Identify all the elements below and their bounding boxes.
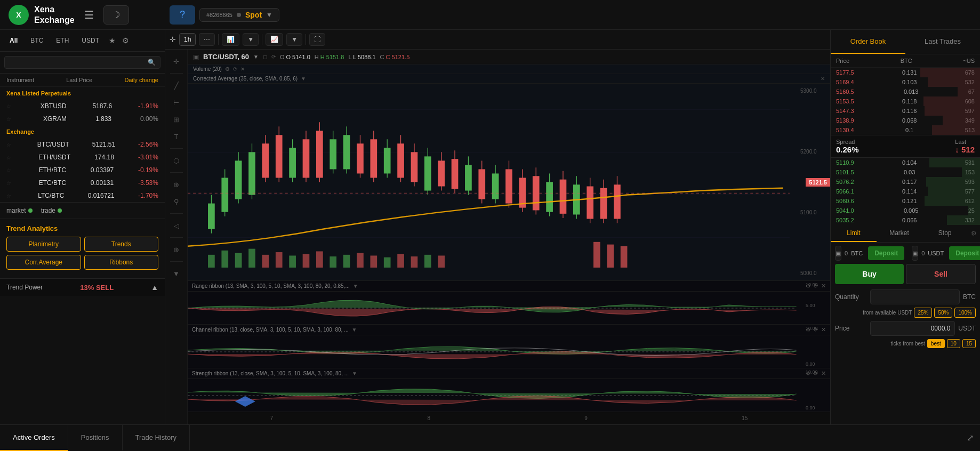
instrument-row-ethbtc[interactable]: ☆ ETH/BTC 0.03397 -0.19% [0, 164, 165, 176]
ribbon1-dropdown[interactable]: ▼ [353, 283, 358, 289]
tab-market[interactable]: Market [877, 225, 922, 242]
sell-button[interactable]: Sell [906, 264, 976, 284]
qty-100pct-button[interactable]: 100% [954, 308, 976, 318]
deposit-usdt-button[interactable]: Deposit [949, 246, 980, 260]
volume-sync-icon[interactable]: ⟳ [233, 66, 237, 72]
move-tool[interactable]: ⊕ [168, 242, 184, 257]
crosshair-tool[interactable]: ✛ [168, 54, 184, 69]
crosshair-icon[interactable]: ✛ [170, 35, 176, 44]
bottom-tab-active-orders[interactable]: Active Orders [0, 425, 68, 451]
tab-last-trades[interactable]: Last Trades [905, 30, 980, 54]
trends-button[interactable]: Trends [84, 237, 159, 252]
bid-row-5[interactable]: 5060.6 0.121 612 [831, 196, 980, 206]
ask-row-4[interactable]: 5153.5 0.118 608 [831, 96, 980, 106]
corrected-avg-dropdown[interactable]: ▼ [301, 76, 306, 82]
indicators-dropdown[interactable]: ▼ [286, 33, 302, 46]
ticks-10-button[interactable]: 10 [947, 339, 960, 348]
volume-settings-icon[interactable]: ⚙ [225, 66, 230, 72]
instrument-row-xbtusd[interactable]: ☆ XBTUSD 5187.6 -1.91% [0, 100, 165, 112]
tab-limit[interactable]: Limit [831, 225, 877, 242]
star-icon: ☆ [6, 180, 11, 186]
market-status: market [6, 207, 33, 214]
ask-row-7[interactable]: 5130.4 0.1 513 [831, 125, 980, 135]
ticks-best-button[interactable]: best [927, 339, 945, 348]
bid-row-2[interactable]: 5101.5 0.03 153 [831, 167, 980, 177]
bid-row-7[interactable]: 5035.2 0.066 332 [831, 215, 980, 225]
zoom-in-tool[interactable]: ⊕ [168, 177, 184, 192]
ask-row-6[interactable]: 5138.9 0.068 349 [831, 116, 980, 125]
trend-analytics-section: Trend Analytics Planimetry Trends Corr.A… [0, 219, 165, 278]
top-navigation: X XenaExchange ☰ ☽ ? #8268665 Spot ▼ [0, 0, 980, 30]
help-button[interactable]: ? [170, 5, 195, 25]
instrument-row-ltcbtc[interactable]: ☆ LTC/BTC 0.016721 -1.70% [0, 189, 165, 202]
planimetry-button[interactable]: Planimetry [6, 237, 81, 252]
filter-tab-all[interactable]: All [4, 35, 23, 46]
market-dot [28, 208, 33, 213]
bottom-tab-trade-history[interactable]: Trade History [123, 425, 190, 451]
tab-order-book[interactable]: Order Book [831, 30, 905, 54]
instrument-name: XGRAM [43, 115, 67, 123]
ribbons-button[interactable]: Ribbons [84, 255, 159, 270]
back-tool[interactable]: ◁ [168, 218, 184, 233]
spot-selector[interactable]: #8268665 Spot ▼ [199, 8, 279, 22]
ticks-15-button[interactable]: 15 [962, 339, 976, 348]
hamburger-menu[interactable]: ☰ [84, 9, 94, 21]
filter-tab-btc[interactable]: BTC [25, 35, 49, 46]
trade-settings-icon[interactable]: ⚙ [968, 225, 980, 242]
quantity-input[interactable] [870, 289, 960, 304]
filter-settings-icon[interactable]: ⚙ [120, 34, 131, 47]
chart-container: ✛ ╱ ⊢ ⊞ T ⬡ ⊕ ⚲ ◁ ⊕ ▼ [165, 50, 830, 424]
bid-row-4[interactable]: 5066.1 0.114 577 [831, 187, 980, 196]
ask-row-3[interactable]: 5160.5 0.013 67 [831, 87, 980, 96]
fullscreen-button[interactable]: ⛶ [309, 33, 325, 46]
qty-50pct-button[interactable]: 50% [934, 308, 952, 318]
svg-rect-81 [411, 256, 418, 268]
indicators-button[interactable]: 📈 [266, 33, 283, 46]
timeframe-1h-button[interactable]: 1h [179, 33, 196, 46]
bid-row-1[interactable]: 5110.9 0.104 531 [831, 158, 980, 167]
ribbon3-dropdown[interactable]: ▼ [352, 371, 357, 376]
expand-icon[interactable]: ⤢ [967, 433, 974, 443]
qty-25pct-button[interactable]: 25% [914, 308, 932, 318]
filter-tab-eth[interactable]: ETH [51, 35, 74, 46]
text-tool[interactable]: T [168, 129, 184, 144]
chart-symbol-dropdown[interactable]: ▼ [253, 54, 259, 60]
deposit-btc-button[interactable]: Deposit [868, 246, 904, 260]
price-currency: USDT [958, 325, 976, 332]
tab-stop[interactable]: Stop [922, 225, 968, 242]
trend-power-collapse-icon[interactable]: ▲ [151, 283, 158, 292]
down-arrow-tool[interactable]: ▼ [168, 266, 184, 281]
chart-main-area: ▣ BTC/USDT, 60 ▼ ◻ ⟳ O O 5141.0 H H 5151… [188, 50, 830, 424]
buy-button[interactable]: Buy [835, 264, 904, 284]
line-tool[interactable]: ╱ [168, 78, 184, 93]
star-icon[interactable]: ★ [107, 34, 118, 47]
ask-row-5[interactable]: 5147.3 0.116 597 [831, 106, 980, 116]
instrument-row-btcusdt[interactable]: ☆ BTC/USDT 5121.51 -2.56% [0, 138, 165, 151]
chart-open: O O 5141.0 [280, 54, 310, 60]
corr-average-button[interactable]: Corr.Average [6, 255, 81, 270]
chart-type-button[interactable]: 📊 [222, 33, 239, 46]
ask-row-2[interactable]: 5169.4 0.103 532 [831, 77, 980, 87]
bid-row-3[interactable]: 5076.2 0.117 593 [831, 177, 980, 187]
volume-close-icon[interactable]: ✕ [240, 66, 245, 72]
ask-row-1[interactable]: 5177.5 0.131 678 [831, 68, 980, 77]
instrument-row-etcbtc[interactable]: ☆ ETC/BTC 0.00131 -3.53% [0, 176, 165, 189]
measure-tool[interactable]: ⊢ [168, 95, 184, 110]
strength-ribbon-header: Strength ribbon (13, close, SMA, 3, 100,… [188, 368, 830, 379]
magnet-tool[interactable]: ⚲ [168, 194, 184, 209]
chart-type-dropdown[interactable]: ▼ [243, 33, 259, 46]
instrument-row-ethusdt[interactable]: ☆ ETH/USDT 174.18 -3.01% [0, 151, 165, 164]
channel-tool[interactable]: ⊞ [168, 112, 184, 127]
theme-toggle[interactable]: ☽ [103, 5, 129, 25]
candle-chart[interactable]: 5300.0 5200.0 5100.0 5000.0 5121.5 [188, 84, 830, 280]
bid-row-6[interactable]: 5041.0 0.005 25 [831, 206, 980, 215]
corrected-avg-close-icon[interactable]: ✕ [821, 76, 825, 82]
node-tool[interactable]: ⬡ [168, 153, 184, 168]
ribbon1-values: 10.00 5.00 [804, 281, 830, 324]
chart-settings-button[interactable]: ⋯ [199, 33, 215, 46]
ribbon2-dropdown[interactable]: ▼ [352, 327, 357, 333]
instrument-row-xgram[interactable]: ☆ XGRAM 1.833 0.00% [0, 112, 165, 125]
bottom-tab-positions[interactable]: Positions [68, 425, 123, 451]
filter-tab-usdt[interactable]: USDT [76, 35, 105, 46]
search-input[interactable] [9, 59, 148, 66]
